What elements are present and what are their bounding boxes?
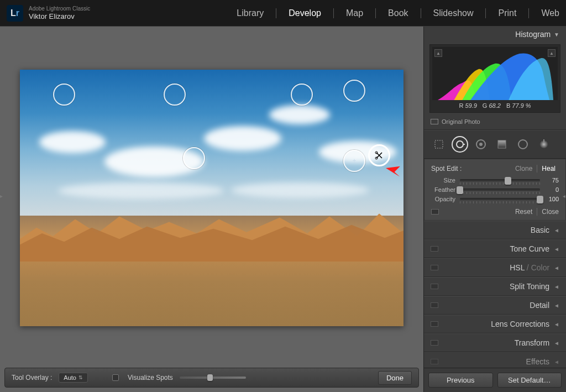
size-label: Size: [431, 177, 455, 184]
module-web[interactable]: Web: [541, 8, 559, 18]
right-panel: Histogram ▼ ▲ ▲: [423, 27, 566, 392]
split-toning-switch[interactable]: [431, 284, 438, 289]
section-basic[interactable]: Basic◄: [424, 221, 566, 239]
svg-point-8: [518, 140, 527, 149]
size-value[interactable]: 75: [544, 177, 559, 184]
module-map[interactable]: Map: [346, 8, 363, 18]
svg-rect-3: [435, 140, 443, 148]
lens-switch[interactable]: [431, 321, 438, 327]
loupe-toolbar: Tool Overlay : Auto Visualize Spots Done: [4, 368, 419, 388]
section-hsl-color[interactable]: HSL / Color◄: [424, 258, 566, 277]
highlight-clipping-toggle[interactable]: ▲: [548, 49, 555, 57]
histogram-panel: ▲ ▲ R 59.9 G 68.2 B 77.9 %: [429, 44, 560, 113]
section-split-toning[interactable]: Split Toning◄: [424, 277, 566, 296]
spot-edit-title: Spot Edit :: [431, 165, 462, 173]
original-photo-icon: [431, 119, 438, 124]
user-name: Viktor Elizarov: [29, 12, 90, 21]
original-photo-toggle[interactable]: Original Photo: [424, 116, 566, 130]
section-tone-curve[interactable]: Tone Curve◄: [424, 239, 566, 258]
detail-switch[interactable]: [431, 302, 438, 308]
heal-spot-marker[interactable]: [183, 147, 205, 169]
tool-overlay-select[interactable]: Auto: [59, 373, 88, 383]
module-book[interactable]: Book: [388, 8, 408, 18]
rgb-readout: R 59.9 G 68.2 B 77.9 %: [432, 100, 558, 110]
image-area[interactable]: [4, 31, 419, 364]
redeye-tool[interactable]: [473, 136, 489, 153]
radial-tool[interactable]: [515, 136, 531, 153]
local-adjustment-toolstrip: [424, 130, 566, 159]
previous-button[interactable]: Previous: [428, 373, 493, 388]
opacity-value[interactable]: 100: [544, 196, 559, 202]
adjustment-brush-tool[interactable]: [536, 136, 552, 153]
heal-active-spot[interactable]: [368, 144, 390, 166]
spot-edit-panel: Spot Edit : Clone Heal Size 75 Feather: [424, 159, 566, 221]
hsl-switch[interactable]: [431, 265, 438, 270]
transform-switch[interactable]: [431, 340, 438, 346]
svg-point-4: [457, 141, 463, 148]
module-library[interactable]: Library: [237, 8, 264, 18]
tone-curve-switch[interactable]: [431, 246, 438, 252]
module-print[interactable]: Print: [498, 8, 516, 18]
size-slider[interactable]: [460, 179, 540, 181]
svg-point-6: [479, 143, 483, 146]
image-viewport: Tool Overlay : Auto Visualize Spots Done: [0, 27, 423, 392]
svg-point-5: [476, 140, 485, 149]
left-panel-toggle[interactable]: ▸: [0, 185, 3, 207]
module-develop[interactable]: Develop: [289, 8, 321, 18]
section-transform[interactable]: Transform◄: [424, 333, 566, 352]
mode-heal[interactable]: Heal: [538, 165, 559, 173]
spot-close[interactable]: Close: [542, 208, 559, 216]
section-lens-corrections[interactable]: Lens Corrections◄: [424, 315, 566, 333]
tool-overlay-label: Tool Overlay :: [12, 374, 52, 381]
top-bar: Lr Adobe Lightroom Classic Viktor Elizar…: [0, 0, 566, 27]
done-button[interactable]: Done: [378, 371, 412, 385]
crop-tool[interactable]: [431, 136, 447, 153]
heal-spot-marker[interactable]: [291, 83, 313, 106]
heal-source-marker[interactable]: [343, 150, 365, 172]
collapse-icon: ▼: [554, 32, 559, 38]
feather-value[interactable]: 0: [544, 186, 559, 193]
feather-label: Feather: [431, 186, 455, 193]
scissors-icon: [375, 151, 384, 160]
heal-spot-marker[interactable]: [164, 83, 186, 106]
right-panel-toggle[interactable]: ◂: [563, 185, 566, 207]
heal-spot-marker[interactable]: [53, 83, 75, 106]
spot-reset[interactable]: Reset: [515, 208, 532, 216]
gradient-tool[interactable]: [494, 136, 510, 153]
feather-slider[interactable]: [460, 189, 540, 191]
section-detail[interactable]: Detail◄: [424, 296, 566, 315]
section-effects[interactable]: Effects◄: [424, 352, 566, 368]
spot-panel-switch[interactable]: [431, 209, 439, 215]
opacity-label: Opacity: [431, 196, 455, 202]
opacity-slider[interactable]: [460, 198, 540, 200]
right-footer: Previous Set Default…: [424, 368, 566, 392]
svg-rect-10: [543, 139, 544, 143]
product-name: Adobe Lightroom Classic: [29, 6, 90, 12]
module-slideshow[interactable]: Slideshow: [433, 8, 474, 18]
histogram-canvas[interactable]: ▲ ▲: [432, 47, 558, 100]
identity-block[interactable]: Adobe Lightroom Classic Viktor Elizarov: [29, 6, 90, 21]
photo-canvas[interactable]: [20, 70, 403, 326]
visualize-spots-checkbox[interactable]: [112, 374, 119, 381]
svg-rect-7: [498, 140, 506, 148]
svg-point-9: [539, 140, 548, 149]
effects-switch[interactable]: [431, 359, 438, 364]
mode-clone[interactable]: Clone: [512, 165, 536, 173]
app-logo: Lr: [7, 5, 23, 22]
shadow-clipping-toggle[interactable]: ▲: [434, 49, 442, 57]
heal-spot-marker[interactable]: [343, 80, 365, 102]
spot-removal-tool[interactable]: [452, 136, 468, 153]
histogram-header[interactable]: Histogram ▼: [424, 27, 566, 42]
module-picker: Library Develop Map Book Slideshow Print…: [237, 8, 559, 18]
visualize-spots-label: Visualize Spots: [128, 374, 173, 381]
visualize-threshold-slider[interactable]: [180, 377, 246, 379]
set-default-button[interactable]: Set Default…: [497, 373, 562, 388]
